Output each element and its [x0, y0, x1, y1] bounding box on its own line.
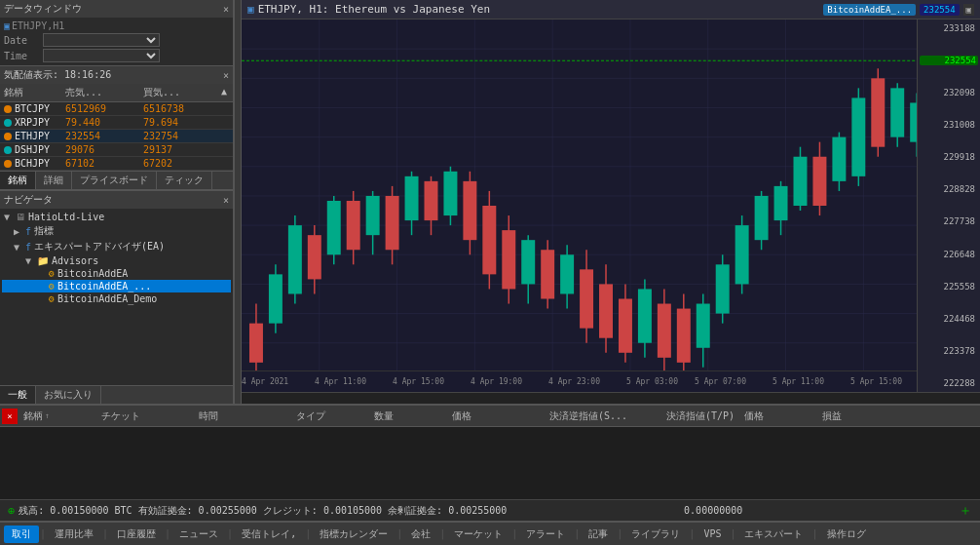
- price-label-4: 229918: [920, 152, 978, 162]
- list-item[interactable]: ETHJPY 232554 232754: [0, 130, 233, 143]
- svg-rect-83: [832, 137, 846, 181]
- tree-label: BitcoinAddEA: [57, 268, 128, 279]
- wl-sell-btcjpy: 6512969: [61, 102, 139, 115]
- tree-label: HatioLtd-Live: [28, 212, 104, 222]
- list-item[interactable]: BCHJPY 67102 67202: [0, 157, 233, 171]
- list-item[interactable]: XRPJPY 79.440 79.694: [0, 116, 233, 130]
- time-label: 4 Apr 23:00: [548, 377, 600, 386]
- sep: |: [511, 528, 517, 539]
- tab-ライブラリ[interactable]: ライブラリ: [623, 526, 688, 543]
- sep: |: [102, 528, 108, 539]
- dw-symbol: ETHJPY,H1: [12, 20, 64, 31]
- wl-sell-ethjpy: 232554: [61, 130, 139, 142]
- chart-header: ▣ ETHJPY, H1: Ethereum vs Japanese Yen B…: [242, 0, 980, 19]
- sep: |: [165, 528, 170, 539]
- tab-操作ログ[interactable]: 操作ログ: [819, 526, 874, 543]
- data-row-symbol: ▣ ETHJPY,H1: [2, 19, 231, 32]
- tab-プライスボード[interactable]: プライスボード: [72, 172, 157, 189]
- tab-口座履歴[interactable]: 口座履歴: [109, 526, 164, 543]
- time-label: 4 Apr 15:00: [393, 377, 444, 386]
- data-window-close[interactable]: ×: [223, 4, 229, 15]
- col-symbol: 銘柄 ↑: [19, 408, 97, 425]
- svg-rect-45: [463, 181, 476, 240]
- tree-item-ea-folder[interactable]: ▼ f エキスパートアドバイザ(EA): [2, 239, 231, 254]
- balance-bar: ⊕ 残高: 0.00150000 BTC 有効証拠金: 0.00255000 ク…: [0, 499, 980, 521]
- svg-rect-67: [677, 309, 691, 363]
- price-label-0: 233188: [920, 23, 978, 33]
- tab-取引[interactable]: 取引: [4, 526, 39, 543]
- tab-general[interactable]: 一般: [0, 386, 36, 404]
- col-ticket: チケット: [97, 408, 195, 425]
- wl-arrow: [217, 136, 233, 137]
- chart-scrollbar[interactable]: [242, 392, 980, 404]
- data-row-date: Date: [2, 32, 231, 48]
- tab-ニュース[interactable]: ニュース: [171, 526, 226, 543]
- tab-VPS[interactable]: VPS: [696, 526, 729, 541]
- dot-icon: [4, 119, 12, 127]
- tab-エキスパート[interactable]: エキスパート: [736, 526, 810, 543]
- chart-body: 233188 232554 232098 231008 229918 22882…: [242, 19, 980, 392]
- time-label: 5 Apr 15:00: [850, 377, 902, 386]
- tab-マーケット[interactable]: マーケット: [446, 526, 510, 543]
- price-display-close[interactable]: ×: [223, 70, 229, 81]
- list-item[interactable]: BTCJPY 6512969 6516738: [0, 102, 233, 116]
- data-row-time: Time: [2, 48, 231, 63]
- bottom-close[interactable]: ×: [2, 409, 18, 424]
- svg-rect-51: [521, 240, 535, 284]
- sep: |: [811, 528, 817, 539]
- date-select[interactable]: [43, 33, 160, 47]
- tree-item-indicator[interactable]: ▶ f 指標: [2, 223, 231, 239]
- expand-icon: ▼: [4, 212, 14, 222]
- col-price2: 価格: [740, 408, 818, 425]
- price-label-11: 222288: [920, 378, 978, 388]
- price-display-title: 気配値表示: 18:16:26 ×: [0, 66, 233, 84]
- wl-arrow: [217, 122, 233, 124]
- price-label-5: 228828: [920, 184, 978, 194]
- tab-指標カレンダー[interactable]: 指標カレンダー: [312, 526, 396, 543]
- navigator-title: ナビゲータ ×: [0, 191, 233, 209]
- bottom-tabs-header: × 銘柄 ↑ チケット 時間 タイプ 数量 価格 決済逆指値(S... 決済指値…: [0, 406, 980, 427]
- svg-rect-25: [269, 274, 283, 323]
- tab-銘柄[interactable]: 銘柄: [0, 172, 36, 189]
- tree-item-bitcoinaddea-selected[interactable]: ⚙ BitcoinAddEA_...: [2, 280, 231, 292]
- tab-運用比率[interactable]: 運用比率: [47, 526, 101, 543]
- wl-symbol-bchjpy: BCHJPY: [0, 157, 61, 170]
- expand-icon: ▼: [25, 255, 35, 266]
- tree-label: 指標: [34, 224, 54, 238]
- list-item[interactable]: DSHJPY 29076 29137: [0, 143, 233, 157]
- col-type: タイプ: [292, 408, 370, 425]
- tree-item-bitcoinaddea[interactable]: ⚙ BitcoinAddEA: [2, 267, 231, 280]
- svg-rect-87: [871, 78, 885, 146]
- price-label-current: 232554: [920, 56, 978, 65]
- col-qty: 数量: [370, 408, 448, 425]
- sep: |: [40, 528, 46, 539]
- col-price: 価格: [448, 408, 546, 425]
- tab-アラート[interactable]: アラート: [518, 526, 573, 543]
- tab-ティック[interactable]: ティック: [157, 172, 212, 189]
- tab-記事[interactable]: 記事: [581, 526, 616, 543]
- resize-handle[interactable]: [234, 0, 242, 404]
- price-label-7: 226648: [920, 250, 978, 259]
- data-window: データウィンドウ × ▣ ETHJPY,H1 Date: [0, 0, 233, 66]
- tree-item-hatioLtd[interactable]: ▼ 🖥 HatioLtd-Live: [2, 211, 231, 223]
- tab-会社[interactable]: 会社: [403, 526, 438, 543]
- add-position-button[interactable]: ＋: [959, 502, 972, 520]
- svg-rect-69: [697, 304, 710, 348]
- tab-詳細[interactable]: 詳細: [36, 172, 72, 189]
- svg-rect-85: [851, 97, 865, 175]
- wl-arrow: [217, 149, 233, 151]
- tree-item-advisors[interactable]: ▼ 📁 Advisors: [2, 254, 231, 267]
- sep: |: [689, 528, 695, 539]
- chart-minimize[interactable]: ▣: [963, 4, 974, 16]
- navigator-label: ナビゲータ: [4, 193, 53, 207]
- sep: |: [396, 528, 402, 539]
- sort-icon: ↑: [45, 411, 50, 420]
- wl-sell-dshjpy: 29076: [61, 143, 139, 156]
- tree-item-bitcoinaddea-demo[interactable]: ⚙ BitcoinAddEA_Demo: [2, 292, 231, 305]
- time-select[interactable]: [43, 49, 160, 62]
- tab-favorites[interactable]: お気に入り: [36, 386, 101, 404]
- tab-受信トレイ[interactable]: 受信トレイ,: [234, 526, 304, 543]
- wl-symbol-ethjpy: ETHJPY: [0, 130, 61, 142]
- wl-symbol-dshjpy: DSHJPY: [0, 143, 61, 156]
- navigator-close[interactable]: ×: [223, 195, 229, 206]
